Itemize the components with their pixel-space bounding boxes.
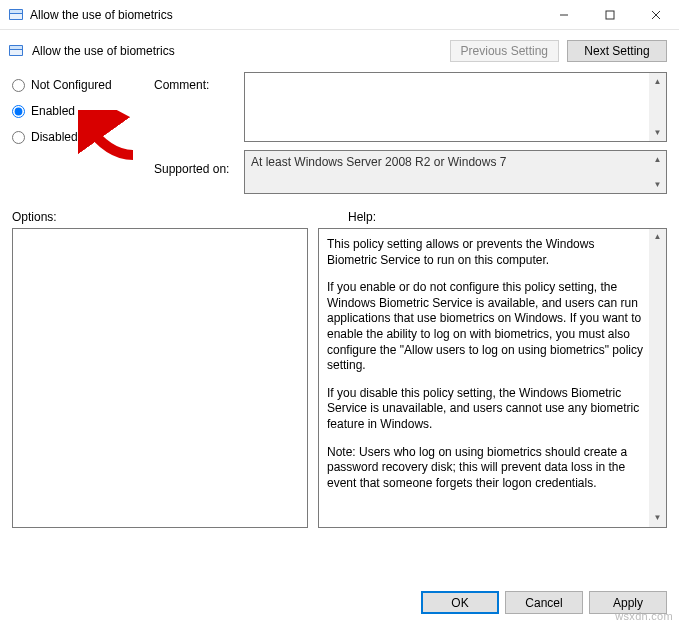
window-title: Allow the use of biometrics (30, 8, 541, 22)
svg-rect-4 (606, 11, 614, 19)
help-p3: If you disable this policy setting, the … (327, 386, 644, 433)
next-setting-button[interactable]: Next Setting (567, 40, 667, 62)
enabled-label: Enabled (31, 104, 75, 118)
scroll-up-icon[interactable]: ▲ (649, 73, 666, 90)
comment-scrollbar[interactable]: ▲ ▼ (649, 73, 666, 141)
help-scrollbar[interactable]: ▲ ▼ (649, 229, 666, 527)
watermark: wsxdn.com (615, 610, 673, 622)
enabled-radio[interactable]: Enabled (12, 104, 142, 118)
ok-button[interactable]: OK (421, 591, 499, 614)
cancel-button[interactable]: Cancel (505, 591, 583, 614)
help-p4: Note: Users who log on using biometrics … (327, 445, 644, 492)
title-bar: Allow the use of biometrics (0, 0, 679, 30)
help-panel: This policy setting allows or prevents t… (318, 228, 667, 528)
setting-icon (8, 43, 24, 59)
page-title: Allow the use of biometrics (32, 44, 442, 58)
previous-setting-button[interactable]: Previous Setting (450, 40, 559, 62)
scroll-down-icon[interactable]: ▼ (649, 124, 666, 141)
enabled-input[interactable] (12, 105, 25, 118)
help-label: Help: (348, 210, 376, 224)
help-p2: If you enable or do not configure this p… (327, 280, 644, 374)
supported-on-field: At least Windows Server 2008 R2 or Windo… (244, 150, 667, 194)
comment-label: Comment: (154, 72, 232, 92)
maximize-button[interactable] (587, 0, 633, 30)
help-p1: This policy setting allows or prevents t… (327, 237, 644, 268)
window-controls (541, 0, 679, 29)
header-row: Allow the use of biometrics Previous Set… (0, 30, 679, 68)
disabled-label: Disabled (31, 130, 78, 144)
disabled-input[interactable] (12, 131, 25, 144)
svg-rect-8 (10, 46, 22, 49)
field-labels: Comment: Supported on: (154, 72, 232, 194)
supported-on-label: Supported on: (154, 162, 232, 176)
close-button[interactable] (633, 0, 679, 30)
scroll-down-icon[interactable]: ▼ (649, 176, 666, 193)
not-configured-input[interactable] (12, 79, 25, 92)
scroll-down-icon[interactable]: ▼ (649, 510, 666, 527)
svg-rect-9 (10, 50, 22, 55)
field-values: ▲ ▼ At least Windows Server 2008 R2 or W… (244, 72, 667, 194)
svg-rect-1 (10, 10, 22, 13)
not-configured-label: Not Configured (31, 78, 112, 92)
disabled-radio[interactable]: Disabled (12, 130, 142, 144)
minimize-button[interactable] (541, 0, 587, 30)
scroll-up-icon[interactable]: ▲ (649, 229, 666, 246)
supported-on-value: At least Windows Server 2008 R2 or Windo… (251, 155, 506, 169)
options-label: Options: (12, 210, 336, 224)
options-panel (12, 228, 308, 528)
mid-labels: Options: Help: (0, 194, 679, 228)
config-region: Not Configured Enabled Disabled Comment:… (0, 68, 679, 194)
not-configured-radio[interactable]: Not Configured (12, 78, 142, 92)
comment-field[interactable]: ▲ ▼ (244, 72, 667, 142)
scroll-up-icon[interactable]: ▲ (649, 151, 666, 168)
svg-rect-2 (10, 14, 22, 19)
panels-row: This policy setting allows or prevents t… (0, 228, 679, 528)
policy-icon (8, 7, 24, 23)
supported-scrollbar[interactable]: ▲ ▼ (649, 151, 666, 193)
state-radios: Not Configured Enabled Disabled (12, 72, 142, 194)
